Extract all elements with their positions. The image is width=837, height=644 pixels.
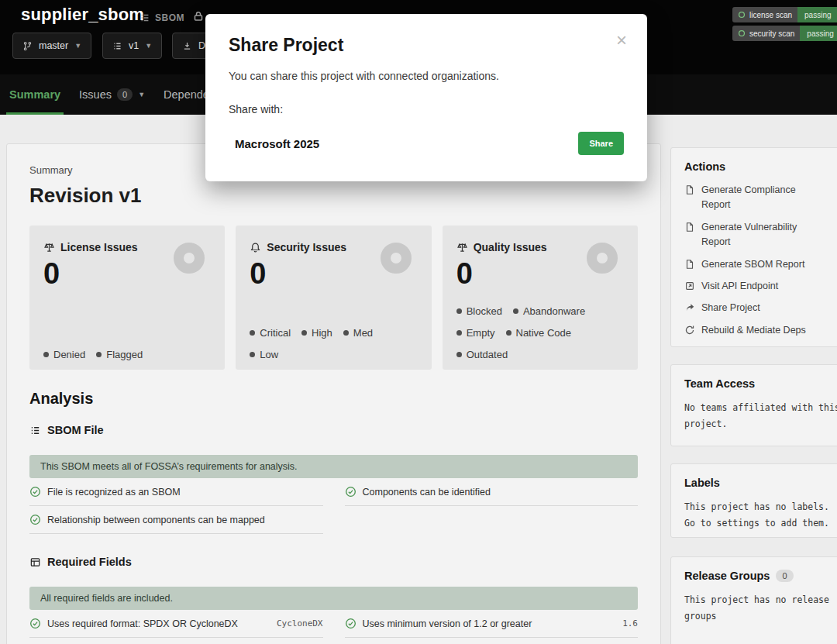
sbom-file-section-title: SBOM File: [47, 424, 104, 436]
chevron-down-icon: ▼: [145, 42, 152, 50]
modal-description: You can share this project with connecte…: [229, 70, 624, 82]
team-access-title: Team Access: [684, 377, 837, 390]
legend-item: High: [301, 327, 332, 339]
legend-item: Critical: [250, 327, 291, 339]
action-label: Generate SBOM Report: [701, 257, 804, 272]
license-scan-badge[interactable]: license scan passing: [732, 7, 837, 22]
security-scan-badge[interactable]: security scan passing: [732, 26, 837, 41]
share-org-row: Macrosoft 2025 Share: [229, 132, 624, 155]
release-groups-body: This project has no release groups: [684, 592, 837, 624]
revision-selector-button[interactable]: v1 ▼: [102, 33, 162, 59]
share-project-modal: × Share Project You can share this proje…: [205, 14, 647, 181]
security-scan-badge-left: security scan: [732, 26, 800, 41]
revision-selector-label: v1: [129, 40, 139, 51]
legend-label: Empty: [467, 327, 495, 339]
release-groups-count-badge: 0: [776, 570, 793, 582]
action-label: Generate Vulnerability Report: [701, 220, 797, 250]
share-button[interactable]: Share: [578, 132, 624, 155]
document-icon: [684, 184, 695, 195]
action-rebuild-mediate-deps[interactable]: Rebuild & Mediate Deps: [684, 323, 837, 338]
legend-dot: [456, 308, 462, 314]
action-generate-sbom-report[interactable]: Generate SBOM Report: [684, 257, 837, 272]
legend-dot: [96, 352, 102, 357]
tab-issues[interactable]: Issues 0 ▼: [79, 74, 145, 115]
legend-item: Native Code: [506, 327, 572, 339]
security-issues-legend: Critical High Med Low: [250, 322, 417, 365]
tab-summary[interactable]: Summary: [9, 74, 60, 115]
license-scan-badge-left: license scan: [732, 7, 797, 22]
check-row: Uses required format: SPDX OR CycloneDX …: [29, 610, 323, 638]
share-with-label: Share with:: [229, 103, 624, 115]
action-generate-compliance-report[interactable]: Generate Compliance Report: [684, 183, 837, 213]
legend-label: Low: [260, 349, 278, 360]
issues-count-badge: 0: [117, 88, 133, 101]
check-circle-icon: [29, 618, 41, 629]
actions-card: Actions Generate Compliance Report Gener…: [670, 147, 837, 347]
legend-dot: [513, 308, 518, 314]
check-label: Uses required format: SPDX OR CycloneDX: [47, 618, 238, 629]
action-label: Rebuild & Mediate Deps: [701, 323, 806, 338]
project-type-text: SBOM: [155, 12, 184, 23]
project-type-label: SBOM: [140, 12, 184, 23]
share-arrow-icon: [684, 302, 695, 313]
tab-issues-label: Issues: [79, 88, 112, 101]
legend-dot: [250, 352, 255, 357]
analysis-heading: Analysis: [29, 390, 638, 408]
security-scan-status: passing: [800, 26, 837, 41]
legend-label: Outdated: [467, 349, 508, 360]
release-groups-title: Release Groups 0: [684, 570, 837, 582]
project-title: supplier_sbom: [21, 5, 144, 25]
check-value: CycloneDX: [277, 618, 323, 629]
legend-dot: [301, 330, 307, 336]
legend-label: Native Code: [516, 327, 572, 339]
git-branch-icon: [22, 41, 33, 51]
sbom-file-section-header: SBOM File: [29, 424, 638, 436]
quality-scales-icon: [456, 242, 468, 253]
external-link-icon: [684, 281, 695, 291]
check-label: Components can be identified: [363, 487, 491, 498]
license-issues-legend: Denied Flagged: [43, 343, 211, 365]
legend-label: Blocked: [467, 305, 502, 317]
team-access-body: No teams affiliated with this project.: [684, 400, 837, 432]
license-scan-status: passing: [797, 7, 837, 22]
revision-list-icon: [112, 41, 122, 51]
labels-body: This project has no labels. Go to settin…: [684, 499, 837, 531]
legend-label: Denied: [53, 349, 85, 360]
check-circle-icon: [345, 486, 356, 498]
quality-issues-title: Quality Issues: [474, 241, 547, 253]
legend-label: Critical: [260, 327, 291, 339]
document-icon: [684, 259, 695, 270]
action-visit-api-endpoint[interactable]: Visit API Endpoint: [684, 279, 837, 294]
security-bell-icon: [250, 242, 261, 253]
legend-item: Low: [250, 349, 278, 360]
actions-title: Actions: [684, 160, 837, 173]
security-issues-donut: [381, 243, 412, 274]
security-scan-label: security scan: [749, 29, 794, 38]
legend-dot: [506, 330, 512, 336]
legend-label: Abandonware: [523, 305, 585, 317]
check-label: File is recognized as an SBOM: [47, 487, 181, 498]
legend-item: Flagged: [96, 349, 143, 360]
chevron-down-icon: ▼: [138, 91, 145, 98]
legend-item: Abandonware: [513, 305, 585, 317]
legend-label: High: [312, 327, 332, 339]
action-share-project[interactable]: Share Project: [684, 301, 837, 315]
check-row: File is recognized as an SBOM: [29, 478, 323, 506]
tab-summary-label: Summary: [9, 88, 60, 101]
sbom-file-checklist: File is recognized as an SBOM Components…: [29, 478, 638, 534]
check-label: Relationship between components can be m…: [47, 515, 265, 525]
check-row: Components can be identified: [345, 478, 639, 506]
check-row-empty: [345, 506, 639, 534]
quality-issues-donut: [587, 243, 618, 274]
license-scales-icon: [43, 242, 55, 253]
release-groups-title-text: Release Groups: [684, 570, 770, 582]
action-generate-vulnerability-report[interactable]: Generate Vulnerability Report: [684, 220, 837, 250]
close-icon[interactable]: ×: [616, 31, 627, 50]
tab-dependencies[interactable]: Depende: [164, 74, 209, 115]
quality-issues-tile: Quality Issues 0 Blocked Abandonware Emp…: [443, 226, 638, 370]
required-fields-table-icon: [29, 556, 41, 568]
branch-selector-button[interactable]: master ▼: [12, 33, 91, 59]
quality-issues-legend: Blocked Abandonware Empty Native Code Ou…: [456, 300, 624, 365]
legend-item: Blocked: [456, 305, 502, 317]
legend-dot: [456, 352, 462, 357]
